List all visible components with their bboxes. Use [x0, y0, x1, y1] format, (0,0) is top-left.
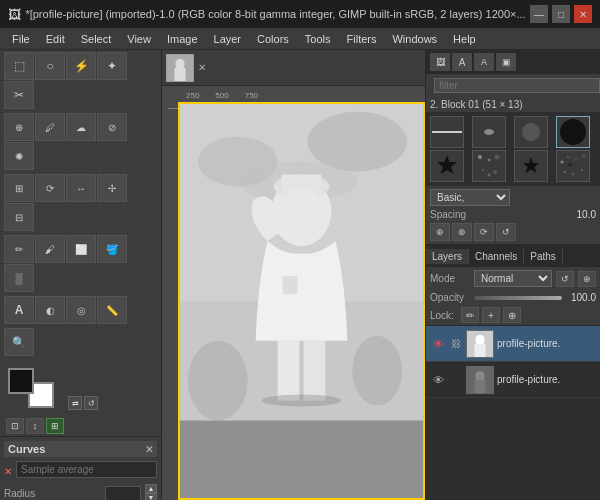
menu-tools[interactable]: Tools	[297, 31, 339, 47]
layer-item-2[interactable]: 👁 ⛓ profile-picture.	[426, 362, 600, 398]
brush-cell-line[interactable]	[430, 116, 464, 148]
toolbox: ⬚ ○ ⚡ ✦ ✂ ⊕ 🖊 ☁ ⊘ ✺ ⊞ ⟳ ↔ ✢ ⊟ ✏ 🖌 ⬜ 🪣 ▒	[0, 50, 162, 500]
minimize-button[interactable]: —	[530, 5, 548, 23]
tool-by-color[interactable]: ⊕	[4, 113, 34, 141]
tool-zoom[interactable]: 🔍	[4, 328, 34, 356]
tool-align[interactable]: ⊟	[4, 203, 34, 231]
filter-input-wrap	[426, 74, 600, 97]
tab-paths[interactable]: Paths	[524, 249, 563, 264]
tool-heal[interactable]: ✺	[4, 142, 34, 170]
menu-file[interactable]: File	[4, 31, 38, 47]
tool-pencil[interactable]: ✏	[4, 235, 34, 263]
tool-dodge[interactable]: ◐	[35, 296, 65, 324]
tool-gradient[interactable]: ▒	[4, 264, 34, 292]
mode-btn-1[interactable]: ↺	[556, 271, 574, 287]
tool-smudge[interactable]: ☁	[66, 113, 96, 141]
view-mode-button[interactable]: ⊞	[46, 418, 64, 434]
close-button[interactable]: ✕	[574, 5, 592, 23]
tool-paintbrush[interactable]: 🖌	[35, 235, 65, 263]
tool-move[interactable]: ✢	[97, 174, 127, 202]
spacing-value: 10.0	[577, 209, 596, 220]
svg-point-26	[478, 155, 482, 159]
foreground-color[interactable]	[8, 368, 34, 394]
maximize-button[interactable]: □	[552, 5, 570, 23]
title-bar-controls: — □ ✕	[530, 5, 592, 23]
menu-edit[interactable]: Edit	[38, 31, 73, 47]
tool-clone[interactable]: ⊘	[97, 113, 127, 141]
tool-scale[interactable]: ↔	[66, 174, 96, 202]
radius-down-button[interactable]: ▼	[145, 493, 157, 500]
menu-help[interactable]: Help	[445, 31, 484, 47]
quick-mask-button[interactable]: ⊡	[6, 418, 24, 434]
brush-cell-dots[interactable]	[472, 150, 506, 182]
brush-tool-btn-4[interactable]: ▣	[496, 53, 516, 71]
menu-layer[interactable]: Layer	[206, 31, 250, 47]
tool-rect-select[interactable]: ⬚	[4, 52, 34, 80]
radius-up-button[interactable]: ▲	[145, 484, 157, 493]
tool-ellipse-select[interactable]: ○	[35, 52, 65, 80]
brush-tool-btn-2[interactable]: A	[452, 53, 472, 71]
brush-cell-scatter[interactable]	[556, 150, 590, 182]
brush-action-2[interactable]: ⊗	[452, 223, 472, 241]
brush-cell-star[interactable]	[430, 150, 464, 182]
filter-input[interactable]	[434, 78, 600, 93]
svg-marker-25	[437, 155, 457, 174]
radius-input[interactable]: 3	[105, 486, 141, 501]
tool-row-4: ✏ 🖌 ⬜ 🪣 ▒	[0, 233, 161, 294]
tool-fuzzy-select[interactable]: ✦	[97, 52, 127, 80]
brush-type-select[interactable]: Basic,	[430, 189, 510, 206]
brush-action-3[interactable]: ⟳	[474, 223, 494, 241]
tab-layers[interactable]: Layers	[426, 249, 469, 264]
tool-text[interactable]: A	[4, 296, 34, 324]
layer-item-1[interactable]: 👁 ⛓ profile-picture.	[426, 326, 600, 362]
curves-close[interactable]: ✕	[145, 444, 153, 455]
canvas-image-area[interactable]	[178, 102, 425, 500]
canvas-tab-close[interactable]: ✕	[198, 62, 206, 73]
menu-colors[interactable]: Colors	[249, 31, 297, 47]
opacity-slider[interactable]	[474, 296, 562, 300]
layer-eye-1[interactable]: 👁	[430, 336, 446, 352]
sample-avg-input[interactable]	[16, 461, 157, 478]
ruler-tick-500: 500	[207, 91, 236, 100]
svg-marker-40	[568, 162, 573, 167]
brush-action-4[interactable]: ↺	[496, 223, 516, 241]
svg-point-22	[484, 129, 494, 135]
menu-filters[interactable]: Filters	[339, 31, 385, 47]
svg-point-30	[493, 170, 497, 174]
swap-colors-button[interactable]: ⇄	[68, 396, 82, 410]
tool-measure[interactable]: 📏	[97, 296, 127, 324]
reset-colors-button[interactable]: ↺	[84, 396, 98, 410]
svg-point-31	[488, 174, 491, 177]
menu-image[interactable]: Image	[159, 31, 206, 47]
svg-point-37	[564, 171, 566, 173]
tool-perspective[interactable]: ⊞	[4, 174, 34, 202]
tool-fill[interactable]: 🪣	[97, 235, 127, 263]
tool-free-select[interactable]: ⚡	[66, 52, 96, 80]
lock-cross-button[interactable]: ⊕	[503, 307, 521, 323]
brush-action-1[interactable]: ⊕	[430, 223, 450, 241]
brush-cell-circle-md[interactable]	[514, 116, 548, 148]
tool-rotate[interactable]: ⟳	[35, 174, 65, 202]
lock-plus-button[interactable]: +	[482, 307, 500, 323]
tool-scissors[interactable]: ✂	[4, 81, 34, 109]
brush-cell-circle-sm[interactable]	[472, 116, 506, 148]
tool-eraser[interactable]: ⬜	[66, 235, 96, 263]
move-tool-btn2[interactable]: ↕	[26, 418, 44, 434]
menu-windows[interactable]: Windows	[384, 31, 445, 47]
menu-view[interactable]: View	[119, 31, 159, 47]
brush-cell-star-sm[interactable]	[514, 150, 548, 182]
tool-blur[interactable]: ◎	[66, 296, 96, 324]
mode-btn-2[interactable]: ⊕	[578, 271, 596, 287]
layer-name-2: profile-picture.	[497, 374, 596, 385]
brush-cell-circle-lg[interactable]	[556, 116, 590, 148]
tab-channels[interactable]: Channels	[469, 249, 524, 264]
layer-eye-2[interactable]: 👁	[430, 372, 446, 388]
tool-paths[interactable]: 🖊	[35, 113, 65, 141]
mode-select[interactable]: Normal	[474, 270, 552, 287]
brush-tool-btn-1[interactable]: 🖼	[430, 53, 450, 71]
tool-row-1: ⬚ ○ ⚡ ✦ ✂	[0, 50, 161, 111]
brush-tool-btn-3[interactable]: A	[474, 53, 494, 71]
svg-rect-13	[283, 276, 298, 294]
menu-select[interactable]: Select	[73, 31, 120, 47]
lock-pencil-button[interactable]: ✏	[461, 307, 479, 323]
